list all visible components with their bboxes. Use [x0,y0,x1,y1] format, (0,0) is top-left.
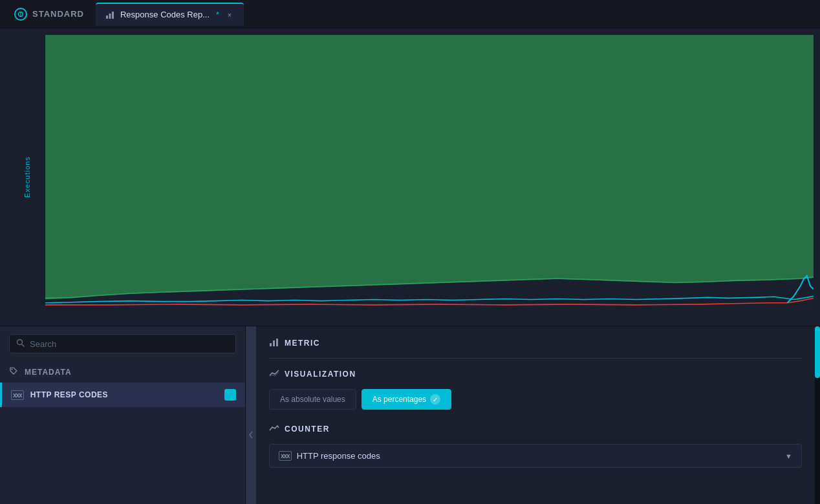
chart-svg: 100 80 60 40 20 0 14:41 14:42 14:43 14:4… [45,35,814,306]
scrollbar-track[interactable] [815,326,820,504]
tab-label: Response Codes Rep... [120,10,210,19]
counter-icon [269,423,279,435]
logo-icon [14,8,27,21]
dropdown-arrow-icon: ▼ [785,452,792,460]
svg-line-29 [22,344,24,346]
scrollbar-thumb[interactable] [815,326,820,378]
logo-tab[interactable]: STANDARD [5,4,93,25]
svg-rect-3 [109,14,111,19]
visualization-title: VISUALIZATION [285,370,356,379]
counter-dropdown[interactable]: xxx HTTP response codes ▼ [269,444,802,468]
metric-section-header: METRIC [269,337,802,349]
search-box[interactable] [9,334,236,353]
counter-xxx-icon: xxx [279,451,292,461]
counter-title: COUNTER [285,425,330,434]
metric-icon [269,337,279,349]
svg-marker-17 [45,35,814,300]
counter-dropdown-label: HTTP response codes [297,451,780,461]
active-tab[interactable]: Response Codes Rep... * × [96,3,244,26]
svg-rect-31 [270,343,272,346]
absolute-values-button[interactable]: As absolute values [269,389,356,410]
svg-rect-32 [273,341,275,346]
sidebar-item-badge [224,389,236,401]
tag-icon [9,366,18,377]
percentages-button[interactable]: As percentages ✓ [361,389,451,410]
chart-y-label: Executions [23,156,31,198]
search-icon [16,339,25,349]
bottom-panel: METADATA xxx HTTP RESP CODES METRIC [0,326,820,504]
metadata-label: METADATA [25,368,72,377]
visualization-icon [269,368,279,380]
title-bar: STANDARD Response Codes Rep... * × [0,0,820,28]
right-panel: METRIC VISUALIZATION As absolute values … [256,326,815,504]
counter-section: COUNTER xxx HTTP response codes ▼ [269,423,802,468]
tab-chart-icon [105,10,115,20]
visualization-section-header: VISUALIZATION [269,368,802,380]
percentages-label: As percentages [372,395,426,404]
sidebar-item-http-resp-codes[interactable]: xxx HTTP RESP CODES [0,383,245,407]
collapse-arrow[interactable] [246,326,256,504]
tab-close-button[interactable]: × [224,10,235,20]
viz-buttons: As absolute values As percentages ✓ [269,389,802,410]
check-icon: ✓ [430,394,440,404]
sidebar-item-label: HTTP RESP CODES [30,390,218,399]
tab-modified: * [216,10,219,19]
logo-label: STANDARD [32,9,84,19]
sidebar-section-metadata[interactable]: METADATA [0,361,245,383]
counter-section-header: COUNTER [269,423,802,435]
svg-rect-33 [276,339,278,346]
search-input[interactable] [30,339,229,349]
svg-rect-2 [106,16,108,19]
svg-point-28 [17,340,23,345]
svg-point-30 [12,369,13,370]
svg-rect-4 [112,12,114,19]
divider-1 [269,358,802,359]
xxx-icon: xxx [11,390,24,400]
chart-area: Executions 100 80 60 40 20 0 14:41 14:42… [0,28,820,326]
metric-title: METRIC [285,339,320,348]
left-sidebar: METADATA xxx HTTP RESP CODES [0,326,246,504]
